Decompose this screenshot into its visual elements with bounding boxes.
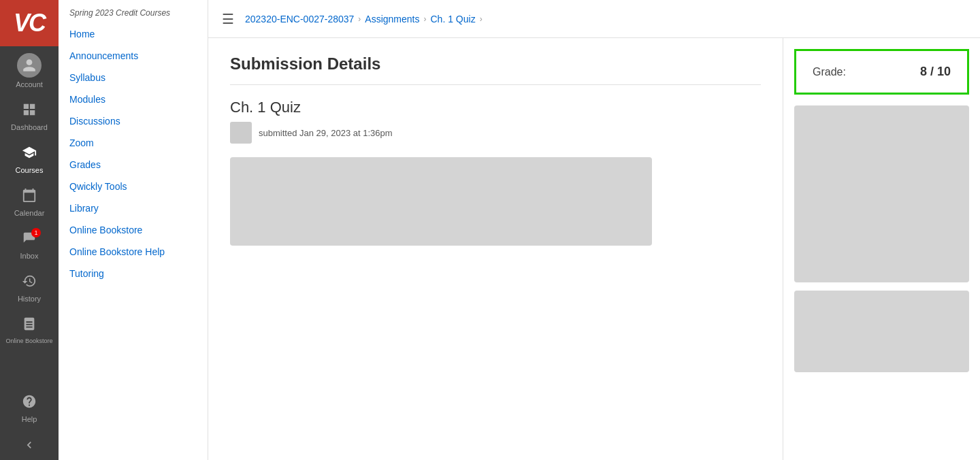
inbox-badge: 1 [31, 228, 41, 237]
course-sidebar-header: Spring 2023 Credit Courses [59, 0, 208, 23]
sidebar-item-history[interactable]: History [0, 267, 59, 310]
nav-bottom: Help [0, 387, 59, 460]
book-icon [22, 316, 37, 335]
breadcrumb-sep-3: › [480, 14, 483, 24]
submitter-avatar [230, 122, 252, 144]
grade-total: 10 [937, 65, 951, 78]
sidebar-item-help[interactable]: Help [0, 387, 59, 430]
submission-details-title: Submission Details [230, 54, 761, 85]
quiz-title: Ch. 1 Quiz [230, 99, 761, 116]
grade-panel: Grade: 8 / 10 [783, 38, 980, 460]
sidebar-item-bookstore[interactable]: Online Bookstore [0, 310, 59, 351]
collapse-nav-button[interactable] [0, 430, 59, 460]
sidebar-item-courses-label: Courses [16, 166, 44, 174]
sidebar-item-inbox-label: Inbox [20, 252, 39, 260]
calendar-icon [22, 188, 37, 206]
submission-meta: submitted Jan 29, 2023 at 1:36pm [230, 122, 761, 144]
sidebar-item-calendar-label: Calendar [14, 209, 45, 217]
content-area: Submission Details Ch. 1 Quiz submitted … [208, 38, 980, 460]
sidebar-item-bookstore-label: Online Bookstore [5, 338, 52, 344]
submission-content-placeholder [230, 157, 652, 246]
hamburger-button[interactable]: ☰ [219, 8, 237, 30]
courses-icon [22, 145, 37, 163]
breadcrumb: 202320-ENC-0027-28037 › Assignments › Ch… [245, 14, 483, 24]
person-icon [22, 58, 37, 73]
breadcrumb-sep-1: › [358, 14, 361, 24]
sidebar-link-tutoring[interactable]: Tutoring [59, 263, 208, 284]
breadcrumb-quiz[interactable]: Ch. 1 Quiz [431, 14, 476, 24]
sidebar-item-account[interactable]: Account [0, 46, 59, 95]
sidebar-link-bookstore-help[interactable]: Online Bookstore Help [59, 241, 208, 263]
avatar [17, 53, 42, 78]
main-content: ☰ 202320-ENC-0027-28037 › Assignments › … [208, 0, 980, 460]
grade-label: Grade: [813, 66, 846, 78]
sidebar-link-home[interactable]: Home [59, 23, 208, 45]
sidebar-item-calendar[interactable]: Calendar [0, 181, 59, 224]
grade-value: 8 / 10 [920, 65, 951, 79]
sidebar-item-dashboard[interactable]: Dashboard [0, 95, 59, 138]
sidebar-link-announcements[interactable]: Announcements [59, 45, 208, 67]
grade-panel-content-2 [794, 291, 969, 372]
sidebar-item-account-label: Account [16, 80, 43, 88]
logo[interactable]: VC [0, 0, 59, 46]
sidebar-link-syllabus[interactable]: Syllabus [59, 67, 208, 88]
grade-separator: / [930, 65, 937, 78]
sidebar-link-zoom[interactable]: Zoom [59, 132, 208, 154]
sidebar-item-dashboard-label: Dashboard [11, 123, 48, 131]
sidebar-link-modules[interactable]: Modules [59, 88, 208, 110]
collapse-icon [22, 438, 36, 452]
course-sidebar: Spring 2023 Credit Courses Home Announce… [59, 0, 208, 460]
history-icon [22, 274, 37, 292]
sidebar-link-library[interactable]: Library [59, 197, 208, 219]
sidebar-item-courses[interactable]: Courses [0, 138, 59, 181]
sidebar-link-qwickly[interactable]: Qwickly Tools [59, 176, 208, 197]
sidebar-item-inbox[interactable]: 1 Inbox [0, 224, 59, 267]
submission-area: Submission Details Ch. 1 Quiz submitted … [208, 38, 783, 460]
sidebar-link-bookstore[interactable]: Online Bookstore [59, 219, 208, 241]
submitted-text: submitted Jan 29, 2023 at 1:36pm [259, 128, 393, 138]
sidebar-link-discussions[interactable]: Discussions [59, 110, 208, 132]
grade-box: Grade: 8 / 10 [794, 49, 969, 95]
breadcrumb-course[interactable]: 202320-ENC-0027-28037 [245, 14, 354, 24]
help-icon [22, 394, 37, 412]
inbox-icon: 1 [22, 231, 37, 249]
dashboard-icon [22, 102, 37, 120]
sidebar-item-history-label: History [18, 295, 41, 303]
logo-text: VC [14, 9, 45, 37]
breadcrumb-sep-2: › [424, 14, 427, 24]
sidebar-item-help-label: Help [22, 415, 37, 423]
sidebar-link-grades[interactable]: Grades [59, 154, 208, 176]
grade-score: 8 [920, 65, 927, 78]
global-nav: VC Account Dashboard Courses Calendar 1 [0, 0, 59, 460]
breadcrumb-assignments[interactable]: Assignments [365, 14, 419, 24]
grade-panel-content-1 [794, 105, 969, 282]
top-bar: ☰ 202320-ENC-0027-28037 › Assignments › … [208, 0, 980, 38]
